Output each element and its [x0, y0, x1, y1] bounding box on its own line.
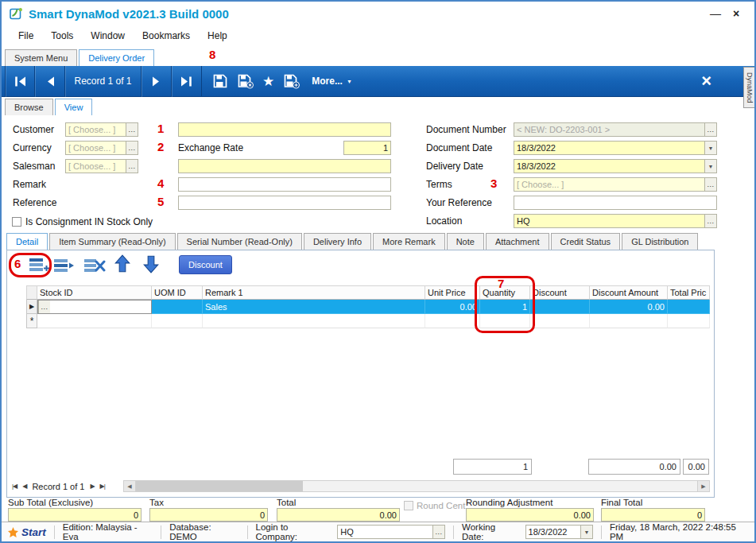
- menu-window[interactable]: Window: [82, 25, 134, 46]
- tab-credit-status[interactable]: Credit Status: [551, 233, 621, 250]
- document-number-lookup-button[interactable]: ...: [704, 123, 716, 136]
- tab-more-remark[interactable]: More Remark: [373, 233, 445, 250]
- save-close-icon[interactable]: [237, 73, 254, 89]
- working-date-select[interactable]: 18/3/2022 ▼: [525, 525, 593, 539]
- close-document-button[interactable]: ×: [701, 72, 711, 90]
- currency-select[interactable]: [ Choose... ] ...: [65, 141, 138, 155]
- cell-unit-price[interactable]: 0.00: [425, 300, 480, 314]
- window-close-button[interactable]: ×: [726, 7, 746, 20]
- more-menu-button[interactable]: More... ▼: [312, 76, 352, 87]
- tab-delivery-order[interactable]: Delivery Order: [79, 49, 154, 66]
- location-lookup-button[interactable]: ...: [704, 215, 716, 227]
- new-cell-stock-id[interactable]: [37, 314, 152, 328]
- reference-field[interactable]: [178, 196, 391, 210]
- tab-delivery-info[interactable]: Delivery Info: [304, 233, 371, 250]
- tab-item-summary[interactable]: Item Summary (Read-Only): [49, 233, 175, 250]
- pager-first-button[interactable]: |◀: [12, 483, 17, 490]
- remark-field[interactable]: [178, 177, 391, 192]
- grid-header-discount[interactable]: Discount: [530, 285, 590, 300]
- currency-lookup-button[interactable]: ...: [126, 142, 138, 154]
- save-icon[interactable]: [212, 73, 228, 89]
- cell-total-price[interactable]: [668, 300, 710, 314]
- document-date-dropdown-button[interactable]: ▼: [704, 142, 716, 154]
- new-cell-total-price[interactable]: [668, 314, 710, 328]
- scroll-right-button[interactable]: ▶: [697, 481, 709, 491]
- cell-stock-id[interactable]: ...: [37, 300, 152, 314]
- move-up-icon[interactable]: [114, 254, 131, 273]
- your-reference-field[interactable]: [514, 196, 717, 210]
- grid-header-unit-price[interactable]: Unit Price: [425, 285, 480, 300]
- grid-header-uom-id[interactable]: UOM ID: [152, 285, 203, 300]
- menu-help[interactable]: Help: [199, 25, 236, 46]
- grid-header-remark1[interactable]: Remark 1: [203, 285, 425, 300]
- subtotal-field[interactable]: 0: [8, 508, 142, 522]
- minimize-button[interactable]: —: [705, 7, 726, 20]
- final-total-field[interactable]: 0: [601, 508, 705, 522]
- new-cell-unit-price[interactable]: [425, 314, 480, 328]
- new-cell-discount[interactable]: [530, 314, 590, 328]
- grid-header-total-price[interactable]: Total Pric: [668, 285, 710, 300]
- tab-system-menu[interactable]: System Menu: [5, 49, 77, 66]
- tab-note[interactable]: Note: [447, 233, 484, 250]
- discount-button[interactable]: Discount: [179, 255, 232, 274]
- move-down-icon[interactable]: [142, 254, 160, 273]
- insert-row-icon[interactable]: [53, 256, 74, 275]
- menu-bookmarks[interactable]: Bookmarks: [134, 25, 199, 46]
- rounding-adjustment-field[interactable]: 0.00: [466, 508, 594, 522]
- nav-next-icon: [152, 76, 161, 87]
- favorite-star-icon[interactable]: ★: [262, 75, 274, 88]
- scrollbar-track[interactable]: [303, 481, 697, 491]
- nav-first-button[interactable]: [5, 66, 35, 97]
- tab-serial-number[interactable]: Serial Number (Read-Only): [177, 233, 302, 250]
- delete-row-icon[interactable]: [83, 256, 106, 275]
- nav-last-button[interactable]: [172, 66, 202, 97]
- working-date-dropdown-button[interactable]: ▼: [580, 526, 592, 538]
- scrollbar-thumb[interactable]: [136, 481, 303, 491]
- salesman-name-field[interactable]: [178, 159, 391, 173]
- customer-lookup-button[interactable]: ...: [126, 123, 138, 136]
- new-cell-remark1[interactable]: [203, 314, 425, 328]
- new-cell-discount-amount[interactable]: [590, 314, 668, 328]
- salesman-select[interactable]: [ Choose... ] ...: [65, 159, 138, 173]
- stock-lookup-button[interactable]: ...: [38, 301, 50, 313]
- terms-select[interactable]: [ Choose... ] ...: [514, 177, 717, 192]
- exchange-rate-field[interactable]: 1: [343, 141, 391, 155]
- cell-discount[interactable]: [530, 300, 590, 314]
- tab-gl-distribution[interactable]: GL Distribution: [622, 233, 698, 250]
- document-date-label: Document Date: [426, 141, 492, 155]
- grid-header-stock-id[interactable]: Stock ID: [37, 285, 152, 300]
- scroll-left-button[interactable]: ◀: [124, 481, 136, 491]
- menu-file[interactable]: File: [10, 25, 42, 46]
- total-field[interactable]: 0.00: [277, 508, 400, 522]
- delivery-date-field[interactable]: 18/3/2022 ▼: [514, 159, 717, 173]
- pager-prev-button[interactable]: ◀: [22, 483, 26, 490]
- cell-uom-id[interactable]: [152, 300, 203, 314]
- salesman-lookup-button[interactable]: ...: [126, 160, 138, 173]
- company-select[interactable]: HQ ...: [337, 525, 445, 539]
- tax-field[interactable]: 0: [149, 508, 268, 522]
- consignment-checkbox[interactable]: [12, 217, 21, 227]
- tab-view[interactable]: View: [55, 99, 93, 115]
- location-field[interactable]: HQ ...: [514, 214, 717, 228]
- nav-next-button[interactable]: [142, 66, 172, 97]
- customer-select[interactable]: [ Choose... ] ...: [65, 122, 138, 137]
- grid-horizontal-scrollbar[interactable]: ◀ ▶: [123, 480, 710, 492]
- cell-discount-amount[interactable]: 0.00: [590, 300, 668, 314]
- customer-name-field[interactable]: [178, 122, 391, 137]
- nav-previous-button[interactable]: [35, 66, 65, 97]
- terms-lookup-button[interactable]: ...: [704, 178, 716, 191]
- cell-remark1[interactable]: Sales: [203, 300, 425, 314]
- document-date-field[interactable]: 18/3/2022 ▼: [514, 141, 717, 155]
- grid-header-discount-amount[interactable]: Discount Amount: [590, 285, 668, 300]
- tab-browse[interactable]: Browse: [5, 99, 53, 115]
- pager-last-button[interactable]: ▶|: [100, 483, 105, 490]
- tab-detail[interactable]: Detail: [6, 233, 48, 250]
- dynamod-side-tab[interactable]: DynaMod: [743, 67, 754, 108]
- menu-tools[interactable]: Tools: [42, 25, 82, 46]
- save-new-icon[interactable]: [283, 73, 300, 89]
- tab-attachment[interactable]: Attachment: [486, 233, 549, 250]
- company-lookup-button[interactable]: ...: [432, 526, 444, 538]
- new-cell-uom-id[interactable]: [152, 314, 203, 328]
- pager-next-button[interactable]: ▶: [90, 483, 94, 490]
- delivery-date-dropdown-button[interactable]: ▼: [704, 160, 716, 173]
